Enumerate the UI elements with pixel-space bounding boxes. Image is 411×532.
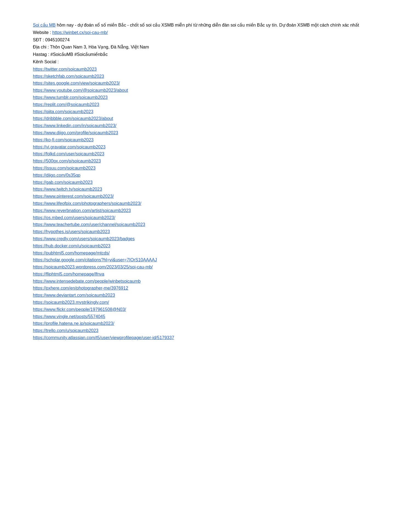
- social-link-28[interactable]: https://soicaumb2023.wordpress.com/2023/…: [33, 264, 378, 271]
- links-list: https://twitter.com/soicaumb2023https://…: [33, 66, 378, 341]
- social-link-7[interactable]: https://dribbble.com/soicaumb2023/about: [33, 115, 378, 122]
- social-link-20[interactable]: https://www.reverbnation.com/artist/soic…: [33, 207, 378, 214]
- social-link-24[interactable]: https://www.credly.com/users/soicaumb202…: [33, 236, 378, 242]
- social-link-10[interactable]: https://ko-fi.com/soicaumb2023: [33, 137, 378, 144]
- social-link-34[interactable]: https://www.flickr.com/people/197961508@…: [33, 306, 378, 313]
- website-label: Website :: [33, 30, 52, 35]
- social-link-36[interactable]: https://profile.hatena.ne.jp/soicaumb202…: [33, 320, 378, 327]
- social-link-19[interactable]: https://www.lifeofpix.com/photographers/…: [33, 200, 378, 207]
- social-link-29[interactable]: https://fliphtml5.com/homepage/lfnva: [33, 271, 378, 278]
- social-link-38[interactable]: https://community.atlassian.com/t5/user/…: [33, 334, 378, 341]
- social-link-2[interactable]: https://sites.google.com/view/soicaumb20…: [33, 80, 378, 87]
- social-link-5[interactable]: https://replit.com/@soicaumb2023: [33, 101, 378, 108]
- social-link-25[interactable]: https://hub.docker.com/u/soicaumb2023: [33, 243, 378, 250]
- social-link-35[interactable]: https://www.vingle.net/posts/5574045: [33, 313, 378, 320]
- main-content: Soi cầu MB hôm nay - dự đoán xổ số miền …: [33, 22, 378, 341]
- social-link-14[interactable]: https://issuu.com/soicaumb2023: [33, 165, 378, 172]
- social-link-32[interactable]: https://www.deviantart.com/soicaumb2023: [33, 292, 378, 299]
- hastag-line: Hastag : #SoicầuMB #Soicầumiềnbắc: [33, 51, 378, 58]
- dia-chi-text: Địa chi : Thôn Quan Nam 3, Hòa Vạng, Đà …: [33, 45, 149, 49]
- dia-chi-line: Địa chi : Thôn Quan Nam 3, Hòa Vạng, Đà …: [33, 44, 378, 51]
- website-url-link[interactable]: https://winbet.cx/soi-cau-mb/: [52, 30, 108, 35]
- social-link-27[interactable]: https://scholar.google.com/citations?hl=…: [33, 257, 378, 264]
- social-link-33[interactable]: https://soicaumb2023.mystrikingly.com/: [33, 299, 378, 306]
- social-link-21[interactable]: https://os.mbed.com/users/soicaumb2023/: [33, 214, 378, 221]
- social-link-17[interactable]: https://www.twitch.tv/soicaumb2023: [33, 186, 378, 193]
- social-link-23[interactable]: https://hypothes.is/users/soicaumb2023: [33, 228, 378, 235]
- social-link-6[interactable]: https://qiita.com/soicaumb2023: [33, 108, 378, 115]
- kenh-social-line: Kênh Social :: [33, 59, 378, 65]
- social-link-4[interactable]: https://www.tumblr.com/soicaumb2023: [33, 94, 378, 101]
- social-link-3[interactable]: https://www.youtube.com/@soicaumb2023/ab…: [33, 87, 378, 94]
- social-link-16[interactable]: https://gab.com/soicaumb2023: [33, 179, 378, 186]
- social-link-11[interactable]: https://vi.gravatar.com/soicaumb2023: [33, 144, 378, 151]
- soi-cau-mb-link[interactable]: Soi cầu MB: [33, 23, 56, 27]
- kenh-social-text: Kênh Social :: [33, 59, 59, 64]
- social-link-13[interactable]: https://500px.com/p/soicaumb2023: [33, 158, 378, 165]
- social-link-31[interactable]: https://pxhere.com/en/photographer-me/39…: [33, 285, 378, 292]
- sdt-text: SĐT : 0945100274: [33, 38, 70, 42]
- social-link-15[interactable]: https://diigo.com/0s35qp: [33, 172, 378, 179]
- social-link-12[interactable]: https://folkd.com/user/soicaumb2023: [33, 151, 378, 158]
- social-link-8[interactable]: https://www.linkedin.com/in/soicaumb2023…: [33, 122, 378, 129]
- social-link-18[interactable]: https://www.pinterest.com/soicaumb2023/: [33, 193, 378, 200]
- intro-line: Soi cầu MB hôm nay - dự đoán xổ số miền …: [33, 22, 378, 29]
- hastag-text: Hastag : #SoicầuMB #Soicầumiềnbắc: [33, 52, 108, 57]
- website-line: Website : https://winbet.cx/soi-cau-mb/: [33, 29, 378, 36]
- social-link-26[interactable]: https://pubhtml5.com/homepage/mtcds/: [33, 250, 378, 257]
- social-link-1[interactable]: https://sketchfab.com/soicaumb2023: [33, 73, 378, 80]
- intro-text: hôm nay - dự đoán xổ số miền Bắc - chốt …: [56, 23, 359, 27]
- social-link-22[interactable]: https://www.teachertube.com/user/channel…: [33, 221, 378, 228]
- social-link-37[interactable]: https://trello.com/u/soicaumb2023: [33, 327, 378, 334]
- social-link-30[interactable]: https://www.intensedebate.com/people/win…: [33, 278, 378, 285]
- social-link-0[interactable]: https://twitter.com/soicaumb2023: [33, 66, 378, 73]
- social-link-9[interactable]: https://www.diigo.com/profile/soicaumb20…: [33, 130, 378, 136]
- sdt-line: SĐT : 0945100274: [33, 37, 378, 44]
